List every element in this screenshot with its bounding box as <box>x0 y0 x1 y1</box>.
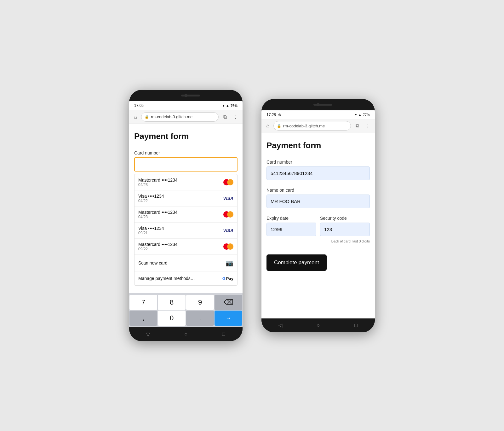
card-name-2: Mastercard ••••1234 <box>138 210 178 215</box>
browser-bar-left: ⌂ 🔒 rm-codelab-3.glitch.me ⧉ ⋮ <box>129 110 243 124</box>
speaker-left <box>181 95 200 96</box>
expiry-date-group: Expiry date <box>266 216 316 243</box>
home-icon[interactable]: ⌂ <box>132 114 139 120</box>
wifi-icon-right: ▾ <box>355 113 357 117</box>
key-8[interactable]: 8 <box>158 295 186 310</box>
phone-top-left <box>129 90 243 101</box>
expiry-date-input[interactable] <box>266 223 316 236</box>
security-code-group: Security code Back of card, last 3 digit… <box>320 216 370 243</box>
autocomplete-item-0[interactable]: Mastercard ••••1234 04/23 <box>135 174 237 190</box>
screen-left: Payment form Card number Mastercard ••••… <box>129 124 243 293</box>
card-number-group: Card number <box>266 160 370 183</box>
key-comma[interactable]: , <box>129 311 157 326</box>
mc-right-2 <box>227 211 233 218</box>
card-expiry-2: 04/23 <box>138 215 178 219</box>
gpay-logo: G Pay <box>222 276 233 281</box>
card-expiry-4: 09/22 <box>138 247 178 251</box>
scan-new-card-item[interactable]: Scan new card 📷 <box>135 255 237 271</box>
card-info-2: Mastercard ••••1234 04/23 <box>138 210 178 219</box>
tab-btn-left[interactable]: ⧉ <box>220 113 229 121</box>
nav-bar-right: ◁ ○ □ <box>261 318 375 332</box>
status-icons-right: ▾ ▲ 77% <box>355 113 370 117</box>
nav-bar-left: ▽ ○ □ <box>129 327 243 341</box>
security-code-hint: Back of card, last 3 digits <box>320 239 370 243</box>
phone-top-right <box>261 99 375 110</box>
page-title-left: Payment form <box>134 131 238 141</box>
keyboard-row-2: , 0 . → <box>129 310 243 326</box>
home-icon-right[interactable]: ⌂ <box>264 123 272 129</box>
visa-logo-3: VISA <box>223 228 233 233</box>
card-info-1: Visa ••••1234 04/22 <box>138 194 164 203</box>
key-backspace[interactable]: ⌫ <box>215 295 242 310</box>
url-bar-left[interactable]: 🔒 rm-codelab-3.glitch.me <box>141 112 219 122</box>
right-phone: 17:28 ⊕ ▾ ▲ 77% ⌂ 🔒 rm-codelab-3.glitch.… <box>261 99 375 332</box>
browser-icons-right: ⧉ ⋮ <box>353 121 372 130</box>
status-bar-right: 17:28 ⊕ ▾ ▲ 77% <box>261 110 375 119</box>
mc-right-4 <box>227 243 233 250</box>
card-name-3: Visa ••••1234 <box>138 226 164 231</box>
manage-payment-item[interactable]: Manage payment methods… G Pay <box>135 271 237 285</box>
lock-icon-right: 🔒 <box>277 124 281 128</box>
numeric-keyboard: 7 8 9 ⌫ , 0 . → <box>129 293 243 327</box>
card-number-input-left[interactable] <box>134 157 238 172</box>
card-info-4: Mastercard ••••1234 09/22 <box>138 242 178 251</box>
gpay-text: Pay <box>226 276 233 281</box>
url-text-left: rm-codelab-3.glitch.me <box>151 114 192 119</box>
key-9[interactable]: 9 <box>186 295 214 310</box>
status-icons-left: ▾ ▲ 76% <box>223 104 238 108</box>
expiry-date-label: Expiry date <box>266 216 316 221</box>
complete-payment-button[interactable]: Complete payment <box>266 254 327 271</box>
mc-right-0 <box>227 179 233 185</box>
card-info-0: Mastercard ••••1234 04/23 <box>138 178 178 187</box>
key-7[interactable]: 7 <box>129 295 157 310</box>
divider-right <box>266 153 370 153</box>
screen-right: Payment form Card number Name on card Ex… <box>261 133 375 318</box>
nav-home-left[interactable]: ○ <box>180 328 192 341</box>
scan-label: Scan new card <box>138 260 168 265</box>
keyboard-row-1: 7 8 9 ⌫ <box>129 294 243 310</box>
security-code-input[interactable] <box>320 223 370 236</box>
divider-left <box>134 144 238 144</box>
nav-back-left[interactable]: ▽ <box>142 328 154 341</box>
lock-icon-left: 🔒 <box>145 115 149 119</box>
nav-recents-left[interactable]: □ <box>217 328 230 341</box>
autocomplete-item-1[interactable]: Visa ••••1234 04/22 VISA <box>135 190 237 207</box>
browser-icons-left: ⧉ ⋮ <box>220 113 240 121</box>
menu-btn-right[interactable]: ⋮ <box>364 121 372 130</box>
card-name-4: Mastercard ••••1234 <box>138 242 178 247</box>
wifi-icon: ▾ <box>223 104 225 108</box>
autocomplete-item-4[interactable]: Mastercard ••••1234 09/22 <box>135 239 237 255</box>
mastercard-logo-4 <box>223 243 233 250</box>
page-title-right: Payment form <box>266 141 370 150</box>
camera-left <box>184 94 187 97</box>
page-content-left: Payment form Card number Mastercard ••••… <box>129 124 243 293</box>
nav-back-right[interactable]: ◁ <box>274 319 287 332</box>
nav-home-right[interactable]: ○ <box>312 319 324 332</box>
left-phone: 17:05 ▾ ▲ 76% ⌂ 🔒 rm-codelab-3.glitch.me… <box>129 90 243 341</box>
visa-logo-1: VISA <box>223 196 233 201</box>
status-bar-left: 17:05 ▾ ▲ 76% <box>129 101 243 110</box>
autocomplete-item-3[interactable]: Visa ••••1234 09/21 VISA <box>135 223 237 239</box>
battery-right: 77% <box>363 113 370 117</box>
signal-icon: ▲ <box>226 104 229 108</box>
card-name-0: Mastercard ••••1234 <box>138 178 178 183</box>
tab-btn-right[interactable]: ⧉ <box>353 121 362 130</box>
card-number-input-right[interactable] <box>266 166 370 180</box>
key-period[interactable]: . <box>186 311 214 326</box>
key-next[interactable]: → <box>215 311 242 326</box>
browser-bar-right: ⌂ 🔒 rm-codelab-3.glitch.me ⧉ ⋮ <box>261 119 375 133</box>
url-bar-right[interactable]: 🔒 rm-codelab-3.glitch.me <box>273 121 351 131</box>
card-expiry-3: 09/21 <box>138 231 164 235</box>
menu-btn-left[interactable]: ⋮ <box>231 113 240 121</box>
key-0[interactable]: 0 <box>158 311 186 326</box>
name-on-card-input[interactable] <box>266 195 370 208</box>
status-time-right: 17:28 ⊕ <box>266 113 281 117</box>
security-code-label: Security code <box>320 216 370 221</box>
autocomplete-list-left: Mastercard ••••1234 04/23 Visa ••••1234 … <box>134 174 238 286</box>
autocomplete-item-2[interactable]: Mastercard ••••1234 04/23 <box>135 207 237 223</box>
manage-label: Manage payment methods… <box>138 276 195 281</box>
status-time-left: 17:05 <box>134 103 144 108</box>
nav-recents-right[interactable]: □ <box>350 319 362 332</box>
card-expiry-1: 04/22 <box>138 199 164 203</box>
speaker-right <box>313 104 332 106</box>
